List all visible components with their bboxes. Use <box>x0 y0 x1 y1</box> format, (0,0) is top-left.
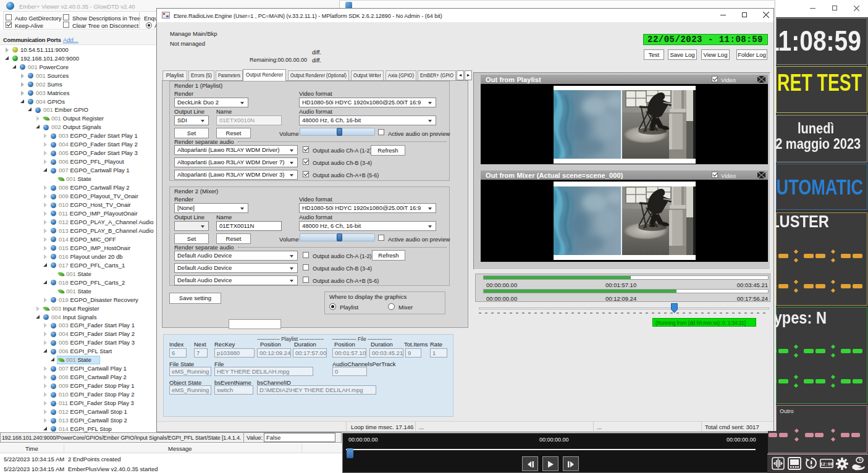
svg-text:12:00: 12:00 <box>820 462 833 467</box>
